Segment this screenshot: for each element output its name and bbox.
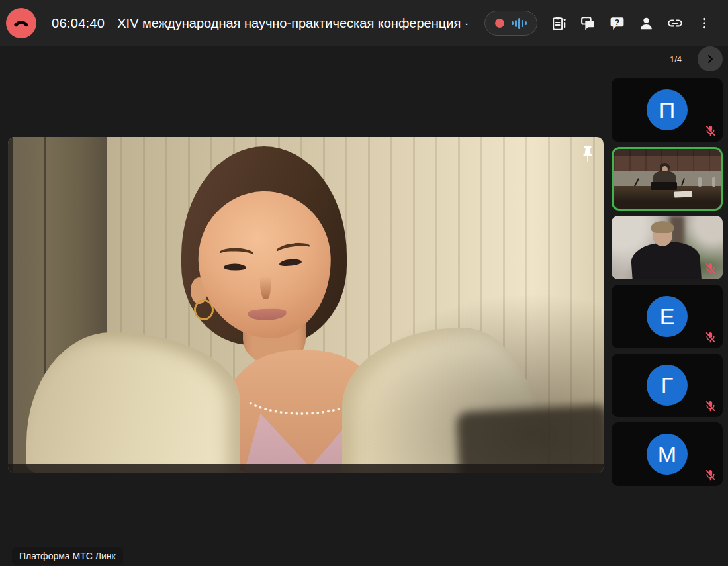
eye xyxy=(224,263,246,271)
participant-tile-avatar[interactable]: П xyxy=(612,78,723,142)
avatar-initial: Е xyxy=(660,305,675,328)
participant-tile-avatar[interactable]: Г xyxy=(612,354,723,417)
top-bar-actions: ? xyxy=(544,9,719,38)
audio-wave-icon xyxy=(512,17,527,29)
participant-tile-avatar[interactable]: М xyxy=(612,422,723,486)
participants-button[interactable] xyxy=(631,9,660,38)
device-shadow xyxy=(456,404,604,473)
question-bubble-icon: ? xyxy=(609,15,625,32)
link-icon xyxy=(666,15,684,32)
page-indicator: 1/4 xyxy=(670,54,682,64)
recording-indicator[interactable] xyxy=(484,11,537,36)
platform-watermark: Платформа МТС Линк xyxy=(12,547,123,565)
avatar: П xyxy=(647,89,688,130)
end-call-button[interactable] xyxy=(6,8,36,38)
participants-pagination: 1/4 xyxy=(612,46,723,72)
desk-edge xyxy=(8,464,604,473)
svg-text:?: ? xyxy=(614,17,619,26)
phone-hangup-icon xyxy=(13,15,30,32)
notes-button[interactable] xyxy=(544,9,573,38)
pin-icon[interactable] xyxy=(581,145,594,164)
eyebrow xyxy=(274,241,312,260)
mic-muted-icon xyxy=(704,400,717,412)
avatar-initial: М xyxy=(658,443,676,465)
eyebrow xyxy=(218,248,255,263)
copy-link-button[interactable] xyxy=(660,9,690,38)
participants-strip: П xyxy=(612,78,723,486)
mic-muted-icon xyxy=(704,331,717,344)
participant-tile-video[interactable] xyxy=(612,216,723,279)
lips xyxy=(248,308,287,321)
avatar-initial: П xyxy=(659,99,675,121)
avatar: Е xyxy=(647,296,688,337)
main-video-tile[interactable] xyxy=(8,137,604,473)
avatar: М xyxy=(647,434,688,475)
top-bar: 06:04:40 XIV международная научно-практи… xyxy=(0,0,728,46)
questions-button[interactable]: ? xyxy=(602,9,631,38)
notes-icon xyxy=(551,15,567,32)
record-dot-icon xyxy=(495,19,504,28)
chat-icon xyxy=(580,15,596,32)
eye xyxy=(279,258,302,267)
avatar: Г xyxy=(647,365,688,406)
more-menu-button[interactable] xyxy=(690,9,719,38)
next-page-button[interactable] xyxy=(698,46,723,71)
avatar-initial: Г xyxy=(661,374,673,397)
mic-muted-icon xyxy=(704,469,717,481)
chevron-right-icon xyxy=(704,52,717,66)
meeting-title: XIV международная научно-практическая ко… xyxy=(117,16,469,31)
person-icon xyxy=(638,15,655,32)
participant-tile-avatar[interactable]: Е xyxy=(612,285,723,348)
participant-tile-active-speaker[interactable] xyxy=(612,147,723,211)
chat-button[interactable] xyxy=(573,9,602,38)
meeting-window: 06:04:40 XIV международная научно-практи… xyxy=(0,0,728,566)
mic-muted-icon xyxy=(704,124,717,137)
meeting-timer: 06:04:40 xyxy=(52,16,105,31)
mic-muted-icon xyxy=(704,262,717,275)
nose xyxy=(259,261,271,300)
conference-room-video xyxy=(614,149,721,209)
kebab-menu-icon xyxy=(697,16,711,30)
